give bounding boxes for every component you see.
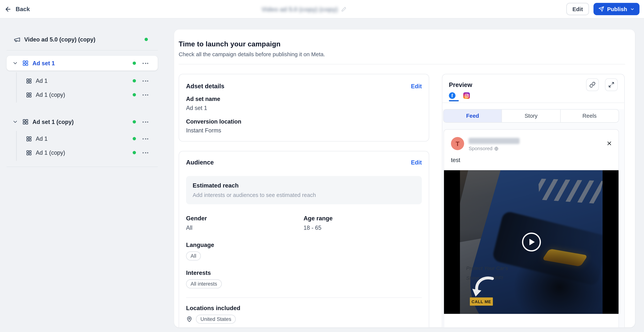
status-dot: [132, 79, 136, 82]
interests-pill: All interests: [186, 279, 222, 288]
sidebar-item-adset-1[interactable]: Ad set 1: [6, 56, 158, 71]
send-icon: [598, 6, 604, 12]
field-label: Conversion location: [186, 118, 422, 125]
sidebar-item-ad-1[interactable]: Ad 1: [6, 74, 158, 88]
grid-icon: [22, 60, 29, 67]
grid-icon: [26, 150, 32, 156]
page-name-redacted: [468, 138, 520, 144]
publish-label: Publish: [607, 6, 627, 12]
more-options-icon[interactable]: [142, 80, 150, 81]
more-options-icon[interactable]: [142, 94, 150, 95]
top-bar: Back Video ad 5.0 (copy) (copy) Edit Pub…: [0, 0, 644, 18]
pencil-icon[interactable]: [341, 6, 346, 12]
grid-icon: [22, 119, 29, 125]
field-value: Ad set 1: [186, 105, 422, 111]
language-pill: All: [186, 251, 201, 261]
launch-panel: Time to launch your campaign Check all t…: [174, 30, 635, 328]
tab-reels[interactable]: Reels: [560, 110, 619, 122]
card-title: Adset details: [186, 82, 224, 89]
divider: [179, 64, 625, 64]
sidebar-item-campaign[interactable]: Video ad 5.0 (copy) (copy): [6, 32, 158, 47]
divider: [186, 298, 422, 298]
adset-label: Ad set 1 (copy): [32, 119, 74, 125]
campaign-title-redacted: Video ad 5.0 (copy) (copy): [262, 6, 338, 13]
adset-details-card: Adset details Edit Ad set name Ad set 1 …: [179, 74, 429, 142]
status-dot: [132, 93, 136, 96]
sidebar-item-adset-1-copy[interactable]: Ad set 1 (copy): [6, 115, 158, 129]
expand-preview-button[interactable]: [605, 78, 618, 91]
page-subtitle: Check all the campaign details before pu…: [179, 51, 625, 57]
status-dot: [132, 61, 136, 65]
status-dot: [132, 151, 136, 154]
details-column: Adset details Edit Ad set name Ad set 1 …: [179, 74, 429, 327]
sidebar-item-ad-1-g2[interactable]: Ad 1: [6, 132, 158, 146]
call-me-cta[interactable]: CALL ME: [470, 298, 493, 306]
facebook-icon[interactable]: f: [449, 92, 456, 99]
field-label: Ad set name: [186, 96, 422, 102]
divider: [442, 103, 624, 103]
campaign-title: Video ad 5.0 (copy) (copy): [262, 0, 346, 18]
sidebar-divider: [6, 50, 158, 50]
grid-icon: [26, 92, 32, 98]
estimated-reach-title: Estimated reach: [193, 182, 415, 189]
globe-icon: [494, 146, 498, 151]
video-preview[interactable]: Protect Your Car's Shine with PPF!: [444, 170, 618, 314]
chevron-down-icon: [630, 7, 634, 11]
status-dot: [132, 120, 136, 123]
more-options-icon[interactable]: [142, 121, 150, 123]
close-icon[interactable]: [606, 140, 612, 147]
instagram-icon[interactable]: [463, 92, 470, 99]
back-label: Back: [16, 6, 30, 12]
tab-feed[interactable]: Feed: [444, 110, 502, 122]
play-icon[interactable]: [522, 233, 541, 251]
post-footer: [444, 314, 618, 328]
sidebar-item-ad-1-copy[interactable]: Ad 1 (copy): [6, 88, 158, 102]
chevron-down-icon[interactable]: [12, 60, 18, 66]
sidebar-item-ad-1-copy-g2[interactable]: Ad 1 (copy): [6, 146, 158, 160]
locations-label: Locations included: [186, 305, 422, 312]
sponsored-label: Sponsored: [468, 146, 492, 151]
interests-label: Interests: [186, 270, 422, 276]
avatar: T: [451, 137, 464, 150]
field-value: Instant Forms: [186, 127, 422, 134]
app-root: Back Video ad 5.0 (copy) (copy) Edit Pub…: [0, 0, 644, 332]
chevron-down-icon[interactable]: [12, 119, 18, 125]
adset-edit-link[interactable]: Edit: [411, 83, 422, 89]
age-range-value: 18 - 65: [304, 224, 421, 231]
campaign-label: Video ad 5.0 (copy) (copy): [24, 36, 95, 43]
curved-arrow-icon: [470, 275, 496, 297]
more-options-icon[interactable]: [142, 138, 150, 139]
grid-icon: [26, 136, 32, 142]
edit-button[interactable]: Edit: [566, 3, 589, 15]
audience-card: Audience Edit Estimated reach Add intere…: [179, 151, 429, 327]
active-platform-underline: [449, 100, 459, 102]
grid-icon: [26, 78, 32, 84]
gender-value: All: [186, 224, 304, 231]
more-options-icon[interactable]: [142, 63, 150, 64]
preview-column: Preview f: [442, 74, 625, 327]
copy-link-button[interactable]: [586, 78, 599, 91]
back-button[interactable]: Back: [4, 5, 30, 12]
campaign-tree-sidebar: Video ad 5.0 (copy) (copy) Ad set 1: [6, 32, 158, 167]
sidebar-divider: [6, 166, 158, 167]
platform-switcher: f: [442, 91, 624, 99]
ad-preview-post: T Sponsored: [444, 129, 619, 327]
estimated-reach-hint: Add interests or audiences to see estima…: [193, 192, 415, 198]
estimated-reach-box: Estimated reach Add interests or audienc…: [186, 176, 422, 204]
card-title: Audience: [186, 159, 214, 166]
page-title: Time to launch your campaign: [179, 40, 625, 48]
age-range-label: Age range: [304, 215, 421, 222]
post-text: test: [451, 157, 612, 163]
back-arrow-icon: [4, 5, 12, 12]
preview-title: Preview: [449, 78, 472, 91]
publish-button[interactable]: Publish: [594, 3, 640, 15]
language-label: Language: [186, 242, 422, 248]
gender-label: Gender: [186, 215, 304, 222]
tab-story[interactable]: Story: [502, 110, 560, 122]
more-options-icon[interactable]: [142, 152, 150, 153]
megaphone-icon: [14, 36, 20, 43]
location-pill: United States: [196, 315, 236, 324]
location-pin-icon: [186, 316, 193, 323]
audience-edit-link[interactable]: Edit: [411, 159, 422, 166]
status-dot: [132, 137, 136, 140]
